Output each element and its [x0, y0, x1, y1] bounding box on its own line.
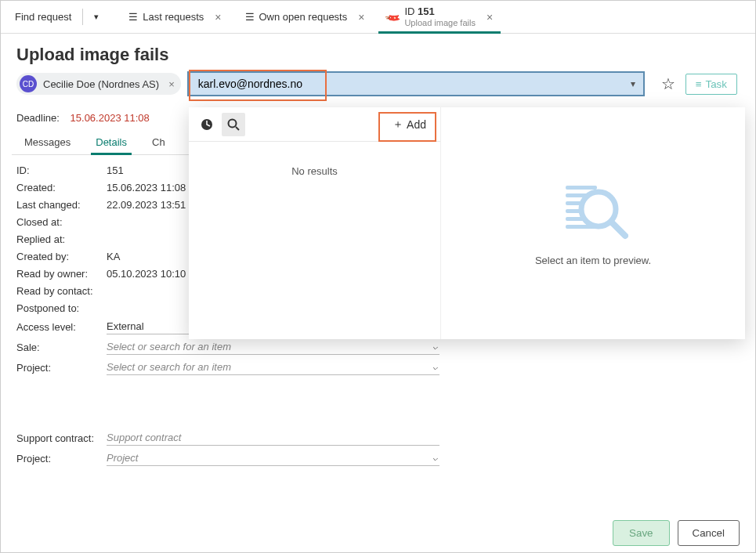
tab-own-open[interactable]: ☰ Own open requests ×	[237, 1, 373, 33]
tab-label: Own open requests	[259, 11, 348, 23]
tab-find-request[interactable]: Find request	[7, 1, 79, 33]
task-label: Task	[706, 78, 727, 90]
deadline-value: 15.06.2023 11:08	[71, 112, 150, 124]
svg-line-10	[611, 222, 625, 236]
close-icon[interactable]: ×	[168, 78, 175, 90]
cancel-button[interactable]: Cancel	[678, 520, 740, 546]
support-contract-select[interactable]: Support contract	[107, 430, 439, 446]
chevron-down-icon: ⌵	[432, 453, 438, 463]
popover-toolbar: ＋ Add	[189, 107, 440, 142]
deadline-label: Deadline:	[16, 112, 60, 124]
svg-point-1	[229, 119, 237, 127]
tab-request-151[interactable]: 🔖 ID 151 Upload image fails ×	[378, 1, 501, 33]
ticket-icon: 🔖	[384, 8, 402, 26]
chevron-down-icon: ⌵	[432, 342, 438, 352]
search-icon	[226, 117, 241, 132]
popover-preview: Select an item to preview.	[441, 107, 745, 339]
tab-changelog[interactable]: Ch	[139, 130, 178, 154]
list-icon: ☰	[245, 11, 255, 23]
chevron-down-icon: ⌵	[432, 362, 438, 372]
footer-actions: Save Cancel	[613, 520, 740, 546]
history-button[interactable]	[195, 113, 219, 136]
close-icon[interactable]: ×	[358, 11, 364, 23]
tab-details[interactable]: Details	[83, 130, 139, 154]
clock-icon	[200, 117, 214, 132]
project-select[interactable]: Select or search for an item⌵	[107, 360, 439, 375]
close-icon[interactable]: ×	[215, 11, 221, 23]
tab-last-requests[interactable]: ☰ Last requests ×	[121, 1, 229, 33]
avatar: CD	[20, 75, 37, 92]
list-icon: ☰	[128, 11, 138, 23]
contact-row: CD Cecilie Doe (Nordnes AS) × ▾ ☆ ≡ Task	[16, 71, 740, 96]
chevron-down-icon: ▾	[94, 12, 99, 22]
tab-label: Find request	[15, 11, 71, 23]
task-button[interactable]: ≡ Task	[685, 74, 737, 95]
svg-rect-3	[566, 186, 597, 190]
project2-select[interactable]: Project⌵	[107, 450, 439, 466]
menu-icon: ≡	[696, 78, 702, 90]
preview-placeholder-icon	[558, 181, 628, 240]
chevron-down-icon[interactable]: ▾	[631, 78, 635, 89]
tab-bar: Find request ▾ ☰ Last requests × ☰ Own o…	[1, 1, 755, 34]
preview-hint: Select an item to preview.	[535, 255, 651, 266]
add-contact-input-wrapper[interactable]: ▾	[187, 71, 645, 96]
popover-left: ＋ Add No results	[189, 107, 441, 339]
plus-icon: ＋	[392, 117, 403, 132]
contact-name: Cecilie Doe (Nordnes AS)	[43, 78, 159, 90]
save-button[interactable]: Save	[613, 520, 669, 546]
sale-select[interactable]: Select or search for an item⌵	[107, 339, 439, 355]
tab-messages[interactable]: Messages	[12, 130, 83, 154]
svg-line-2	[236, 127, 239, 130]
tab-label: Last requests	[143, 11, 204, 23]
no-results-text: No results	[189, 142, 440, 339]
add-button[interactable]: ＋ Add	[385, 114, 434, 136]
star-icon: ☆	[661, 74, 675, 93]
contact-search-popover: ＋ Add No results Select an item to previ…	[189, 107, 745, 339]
add-contact-input[interactable]	[197, 77, 631, 91]
add-label: Add	[407, 118, 426, 131]
contact-chip[interactable]: CD Cecilie Doe (Nordnes AS) ×	[16, 73, 181, 95]
page-title: Upload image fails	[16, 45, 755, 65]
tab-find-request-chevron[interactable]: ▾	[86, 1, 107, 33]
search-mode-button[interactable]	[222, 113, 245, 136]
favorite-button[interactable]: ☆	[657, 73, 679, 95]
close-icon[interactable]: ×	[487, 11, 493, 23]
